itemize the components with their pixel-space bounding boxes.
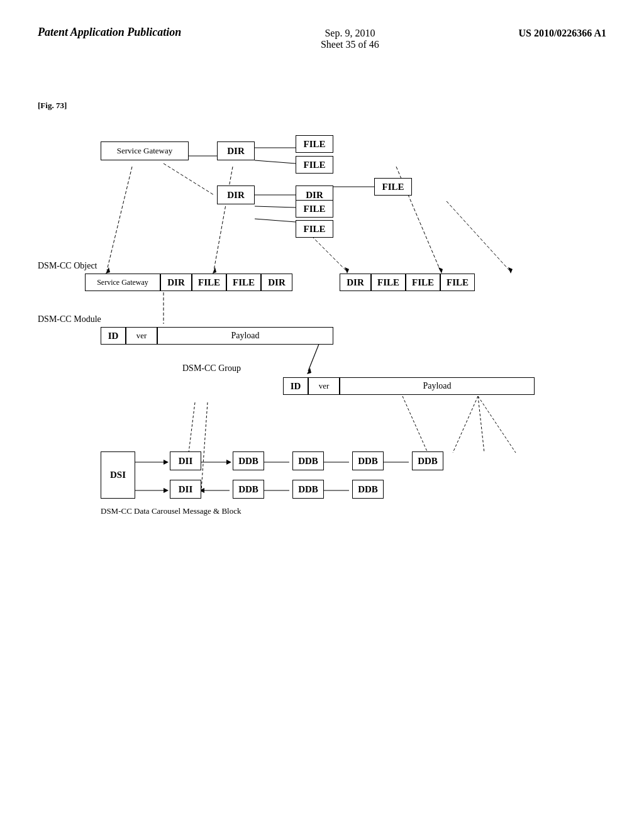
svg-marker-26 — [164, 488, 169, 493]
carousel-ddb4: DDB — [412, 451, 443, 470]
top-dir1-box: DIR — [217, 141, 255, 160]
carousel-ddb5: DDB — [233, 480, 264, 499]
dsm-carousel-label: DSM-CC Data Carousel Message & Block — [101, 506, 242, 516]
top-file1-box: FILE — [296, 135, 333, 153]
carousel-dii2: DII — [170, 480, 201, 499]
svg-line-2 — [255, 160, 296, 163]
carousel-dsi: DSI — [101, 451, 135, 499]
svg-line-22 — [201, 402, 208, 490]
group-id: ID — [283, 377, 308, 395]
header-patent-number: US 2010/0226366 A1 — [518, 25, 606, 39]
svg-line-8 — [107, 167, 132, 270]
carousel-ddb2: DDB — [292, 451, 324, 470]
obj-dir2: DIR — [261, 274, 292, 291]
obj-dir1: DIR — [160, 274, 192, 291]
group-payload: Payload — [340, 377, 535, 395]
svg-marker-20 — [307, 368, 311, 374]
carousel-ddb3: DDB — [352, 451, 384, 470]
dsm-module-label: DSM-CC Module — [38, 314, 101, 324]
top-file3-box: FILE — [374, 178, 412, 196]
top-file5-box: FILE — [296, 220, 333, 238]
fig-label: [Fig. 73] — [38, 101, 67, 111]
top-dir2-box: DIR — [217, 185, 255, 204]
header-publication-title: Patent Application Publication — [38, 25, 181, 40]
svg-marker-24 — [164, 460, 169, 465]
svg-line-7 — [255, 219, 296, 222]
svg-line-3 — [164, 163, 214, 195]
header: Patent Application Publication Sep. 9, 2… — [0, 0, 644, 50]
carousel-ddb1: DDB — [233, 451, 264, 470]
top-file2-box: FILE — [296, 156, 333, 174]
svg-line-21 — [189, 402, 195, 453]
svg-line-39 — [478, 396, 516, 453]
svg-marker-15 — [438, 267, 443, 274]
dsm-group-label: DSM-CC Group — [182, 363, 241, 374]
svg-line-38 — [478, 396, 484, 453]
svg-marker-28 — [226, 460, 231, 465]
svg-marker-13 — [345, 267, 349, 274]
obj-file4: FILE — [406, 274, 440, 291]
module-payload: Payload — [157, 327, 333, 345]
obj-service-gateway: Service Gateway — [85, 274, 160, 291]
carousel-ddb7: DDB — [352, 480, 384, 499]
top-service-gateway-box: Service Gateway — [101, 141, 189, 160]
obj-file5: FILE — [440, 274, 475, 291]
svg-line-37 — [453, 396, 478, 453]
dsm-object-label: DSM-CC Object — [38, 261, 97, 271]
module-ver: ver — [126, 327, 157, 345]
svg-marker-9 — [106, 267, 110, 274]
svg-line-12 — [308, 233, 346, 270]
group-ver: ver — [308, 377, 340, 395]
obj-file3: FILE — [371, 274, 406, 291]
top-file4-box: FILE — [296, 200, 333, 218]
carousel-dii1: DII — [170, 451, 201, 470]
svg-line-10 — [214, 167, 233, 270]
obj-file1: FILE — [192, 274, 226, 291]
svg-marker-11 — [213, 267, 216, 274]
header-date: Sep. 9, 2010 Sheet 35 of 46 — [321, 25, 379, 50]
obj-dir3: DIR — [340, 274, 371, 291]
obj-file2: FILE — [226, 274, 261, 291]
svg-line-6 — [255, 206, 296, 208]
svg-line-16 — [447, 201, 509, 270]
svg-line-36 — [402, 396, 428, 453]
svg-marker-17 — [508, 267, 513, 274]
diagram-area: [Fig. 73] — [38, 63, 604, 786]
carousel-ddb6: DDB — [292, 480, 324, 499]
module-id: ID — [101, 327, 126, 345]
